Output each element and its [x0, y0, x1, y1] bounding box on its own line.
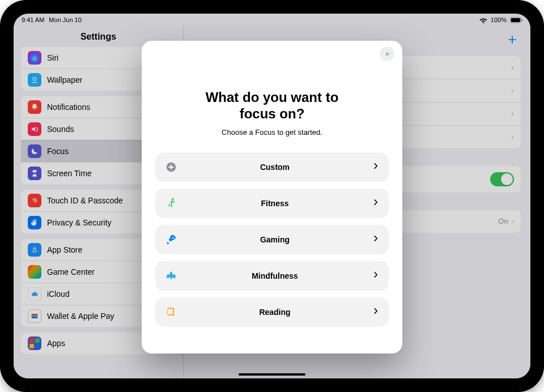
focus-option-label: Mindfulness	[185, 271, 365, 280]
rocket-icon	[164, 233, 178, 246]
chevron-right-icon	[372, 162, 380, 172]
focus-option-reading[interactable]: Reading	[155, 297, 389, 327]
focus-option-list: Custom Fitness	[142, 140, 402, 333]
plus-circle-icon	[164, 160, 178, 174]
home-indicator[interactable]	[239, 373, 305, 376]
focus-option-label: Custom	[185, 163, 365, 172]
focus-option-custom[interactable]: Custom	[155, 152, 389, 182]
chevron-right-icon	[372, 235, 380, 245]
chevron-right-icon	[372, 307, 380, 317]
screen: 9:41 AM Mon Jun 10 100% Settings	[14, 14, 530, 378]
modal-title: What do you want to focus on?	[164, 90, 380, 122]
device-bezel: 9:41 AM Mon Jun 10 100% Settings	[0, 0, 544, 392]
chevron-right-icon	[372, 271, 380, 281]
close-button[interactable]	[380, 46, 394, 61]
focus-picker-modal: What do you want to focus on? Choose a F…	[142, 41, 402, 353]
lotus-icon	[164, 269, 178, 283]
focus-option-label: Reading	[185, 308, 365, 317]
running-icon	[164, 197, 178, 210]
modal-title-line2: focus on?	[240, 106, 305, 121]
modal-subtitle: Choose a Focus to get started.	[164, 128, 380, 137]
focus-option-gaming[interactable]: Gaming	[155, 225, 389, 254]
focus-option-label: Gaming	[185, 235, 365, 244]
focus-option-label: Fitness	[185, 199, 365, 208]
focus-option-fitness[interactable]: Fitness	[155, 189, 389, 218]
chevron-right-icon	[372, 198, 380, 208]
book-icon	[164, 305, 178, 319]
svg-point-7	[172, 198, 174, 200]
focus-option-mindfulness[interactable]: Mindfulness	[155, 261, 389, 291]
modal-title-line1: What do you want to	[206, 90, 339, 105]
